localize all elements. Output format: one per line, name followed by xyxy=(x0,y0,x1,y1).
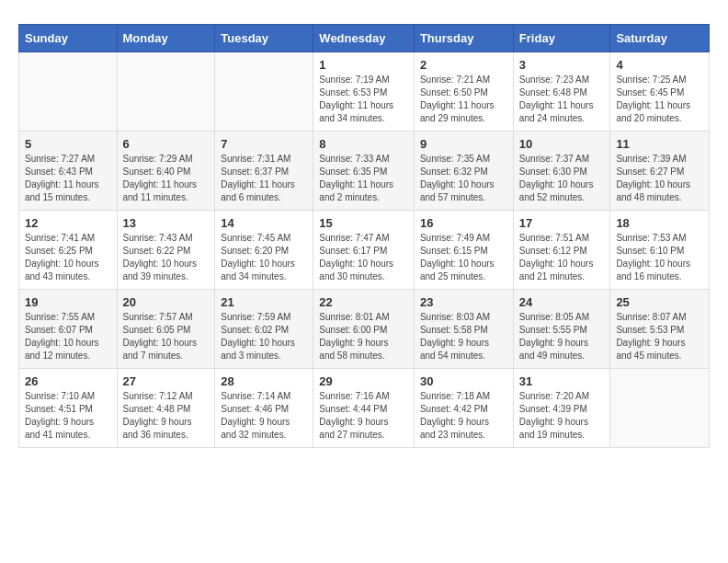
calendar-week-row: 12Sunrise: 7:41 AMSunset: 6:25 PMDayligh… xyxy=(19,211,710,290)
day-number: 24 xyxy=(519,295,605,309)
calendar-cell: 25Sunrise: 8:07 AMSunset: 5:53 PMDayligh… xyxy=(610,290,710,369)
calendar-cell: 30Sunrise: 7:18 AMSunset: 4:42 PMDayligh… xyxy=(414,369,513,448)
calendar-cell: 6Sunrise: 7:29 AMSunset: 6:40 PMDaylight… xyxy=(117,132,215,211)
day-info: Sunrise: 7:45 AMSunset: 6:20 PMDaylight:… xyxy=(221,232,307,283)
day-number: 28 xyxy=(221,374,307,388)
calendar-cell xyxy=(19,52,118,132)
day-number: 8 xyxy=(319,137,408,151)
day-info: Sunrise: 7:51 AMSunset: 6:12 PMDaylight:… xyxy=(519,232,605,283)
weekday-header-tuesday: Tuesday xyxy=(215,25,313,52)
day-info: Sunrise: 7:14 AMSunset: 4:46 PMDaylight:… xyxy=(221,390,307,442)
calendar-cell: 29Sunrise: 7:16 AMSunset: 4:44 PMDayligh… xyxy=(313,369,415,448)
calendar-cell: 28Sunrise: 7:14 AMSunset: 4:46 PMDayligh… xyxy=(215,369,313,448)
day-number: 31 xyxy=(519,374,605,388)
day-number: 9 xyxy=(420,137,507,151)
calendar-cell: 8Sunrise: 7:33 AMSunset: 6:35 PMDaylight… xyxy=(313,132,415,211)
weekday-header-sunday: Sunday xyxy=(19,25,118,52)
page: General Blue SundayMondayTuesdayWednesda… xyxy=(0,0,728,466)
day-info: Sunrise: 7:43 AMSunset: 6:22 PMDaylight:… xyxy=(123,232,210,283)
day-info: Sunrise: 7:53 AMSunset: 6:10 PMDaylight:… xyxy=(616,232,703,283)
day-info: Sunrise: 7:27 AMSunset: 6:43 PMDaylight:… xyxy=(25,153,111,204)
calendar-cell: 2Sunrise: 7:21 AMSunset: 6:50 PMDaylight… xyxy=(414,52,513,132)
calendar-cell: 21Sunrise: 7:59 AMSunset: 6:02 PMDayligh… xyxy=(215,290,313,369)
day-info: Sunrise: 8:05 AMSunset: 5:55 PMDaylight:… xyxy=(519,311,605,362)
weekday-header-thursday: Thursday xyxy=(414,25,513,52)
calendar-cell: 15Sunrise: 7:47 AMSunset: 6:17 PMDayligh… xyxy=(313,211,415,290)
calendar-cell: 24Sunrise: 8:05 AMSunset: 5:55 PMDayligh… xyxy=(513,290,610,369)
calendar-cell: 16Sunrise: 7:49 AMSunset: 6:15 PMDayligh… xyxy=(414,211,513,290)
day-number: 21 xyxy=(221,295,307,309)
calendar-cell: 31Sunrise: 7:20 AMSunset: 4:39 PMDayligh… xyxy=(513,369,610,448)
calendar-cell: 4Sunrise: 7:25 AMSunset: 6:45 PMDaylight… xyxy=(610,52,710,132)
calendar-cell: 13Sunrise: 7:43 AMSunset: 6:22 PMDayligh… xyxy=(117,211,215,290)
day-info: Sunrise: 7:19 AMSunset: 6:53 PMDaylight:… xyxy=(319,74,408,125)
day-info: Sunrise: 7:39 AMSunset: 6:27 PMDaylight:… xyxy=(616,153,703,204)
day-number: 22 xyxy=(319,295,408,309)
day-info: Sunrise: 7:31 AMSunset: 6:37 PMDaylight:… xyxy=(221,153,307,204)
day-number: 27 xyxy=(123,374,210,388)
day-number: 23 xyxy=(420,295,507,309)
day-number: 26 xyxy=(25,374,111,388)
day-info: Sunrise: 7:25 AMSunset: 6:45 PMDaylight:… xyxy=(616,74,703,125)
weekday-header-wednesday: Wednesday xyxy=(313,25,415,52)
calendar-cell: 1Sunrise: 7:19 AMSunset: 6:53 PMDaylight… xyxy=(313,52,415,132)
calendar-cell: 18Sunrise: 7:53 AMSunset: 6:10 PMDayligh… xyxy=(610,211,710,290)
day-info: Sunrise: 7:21 AMSunset: 6:50 PMDaylight:… xyxy=(420,74,507,125)
day-info: Sunrise: 7:16 AMSunset: 4:44 PMDaylight:… xyxy=(319,390,408,442)
day-info: Sunrise: 8:01 AMSunset: 6:00 PMDaylight:… xyxy=(319,311,408,362)
calendar-cell xyxy=(610,369,710,448)
day-number: 4 xyxy=(616,58,703,72)
day-info: Sunrise: 7:10 AMSunset: 4:51 PMDaylight:… xyxy=(25,390,111,442)
day-info: Sunrise: 7:33 AMSunset: 6:35 PMDaylight:… xyxy=(319,153,408,204)
day-number: 12 xyxy=(25,216,111,230)
day-number: 7 xyxy=(221,137,307,151)
day-info: Sunrise: 7:18 AMSunset: 4:42 PMDaylight:… xyxy=(420,390,507,442)
day-info: Sunrise: 7:59 AMSunset: 6:02 PMDaylight:… xyxy=(221,311,307,362)
day-number: 15 xyxy=(319,216,408,230)
day-info: Sunrise: 7:57 AMSunset: 6:05 PMDaylight:… xyxy=(123,311,210,362)
calendar-cell xyxy=(215,52,313,132)
day-number: 1 xyxy=(319,58,408,72)
day-number: 13 xyxy=(123,216,210,230)
day-info: Sunrise: 7:47 AMSunset: 6:17 PMDaylight:… xyxy=(319,232,408,283)
day-number: 29 xyxy=(319,374,408,388)
day-info: Sunrise: 7:55 AMSunset: 6:07 PMDaylight:… xyxy=(25,311,111,362)
calendar-cell: 11Sunrise: 7:39 AMSunset: 6:27 PMDayligh… xyxy=(610,132,710,211)
day-number: 19 xyxy=(25,295,111,309)
calendar-cell xyxy=(117,52,215,132)
weekday-header-saturday: Saturday xyxy=(610,25,710,52)
calendar-cell: 27Sunrise: 7:12 AMSunset: 4:48 PMDayligh… xyxy=(117,369,215,448)
day-info: Sunrise: 7:35 AMSunset: 6:32 PMDaylight:… xyxy=(420,153,507,204)
calendar-cell: 22Sunrise: 8:01 AMSunset: 6:00 PMDayligh… xyxy=(313,290,415,369)
day-info: Sunrise: 7:20 AMSunset: 4:39 PMDaylight:… xyxy=(519,390,605,442)
day-info: Sunrise: 7:29 AMSunset: 6:40 PMDaylight:… xyxy=(123,153,210,204)
weekday-header-friday: Friday xyxy=(513,25,610,52)
day-info: Sunrise: 7:41 AMSunset: 6:25 PMDaylight:… xyxy=(25,232,111,283)
calendar-cell: 5Sunrise: 7:27 AMSunset: 6:43 PMDaylight… xyxy=(19,132,118,211)
calendar-cell: 20Sunrise: 7:57 AMSunset: 6:05 PMDayligh… xyxy=(117,290,215,369)
calendar-cell: 14Sunrise: 7:45 AMSunset: 6:20 PMDayligh… xyxy=(215,211,313,290)
calendar-week-row: 19Sunrise: 7:55 AMSunset: 6:07 PMDayligh… xyxy=(19,290,710,369)
calendar-cell: 23Sunrise: 8:03 AMSunset: 5:58 PMDayligh… xyxy=(414,290,513,369)
calendar-week-row: 5Sunrise: 7:27 AMSunset: 6:43 PMDaylight… xyxy=(19,132,710,211)
calendar-week-row: 1Sunrise: 7:19 AMSunset: 6:53 PMDaylight… xyxy=(19,52,710,132)
calendar-cell: 10Sunrise: 7:37 AMSunset: 6:30 PMDayligh… xyxy=(513,132,610,211)
day-number: 2 xyxy=(420,58,507,72)
day-number: 11 xyxy=(616,137,703,151)
calendar-cell: 17Sunrise: 7:51 AMSunset: 6:12 PMDayligh… xyxy=(513,211,610,290)
calendar-week-row: 26Sunrise: 7:10 AMSunset: 4:51 PMDayligh… xyxy=(19,369,710,448)
day-info: Sunrise: 8:03 AMSunset: 5:58 PMDaylight:… xyxy=(420,311,507,362)
day-number: 17 xyxy=(519,216,605,230)
day-number: 25 xyxy=(616,295,703,309)
day-number: 16 xyxy=(420,216,507,230)
calendar-table: SundayMondayTuesdayWednesdayThursdayFrid… xyxy=(18,24,710,448)
weekday-header-row: SundayMondayTuesdayWednesdayThursdayFrid… xyxy=(19,25,710,52)
day-number: 6 xyxy=(123,137,210,151)
day-number: 3 xyxy=(519,58,605,72)
day-number: 18 xyxy=(616,216,703,230)
calendar-cell: 26Sunrise: 7:10 AMSunset: 4:51 PMDayligh… xyxy=(19,369,118,448)
day-info: Sunrise: 7:12 AMSunset: 4:48 PMDaylight:… xyxy=(123,390,210,442)
day-info: Sunrise: 7:23 AMSunset: 6:48 PMDaylight:… xyxy=(519,74,605,125)
calendar-cell: 12Sunrise: 7:41 AMSunset: 6:25 PMDayligh… xyxy=(19,211,118,290)
day-number: 10 xyxy=(519,137,605,151)
